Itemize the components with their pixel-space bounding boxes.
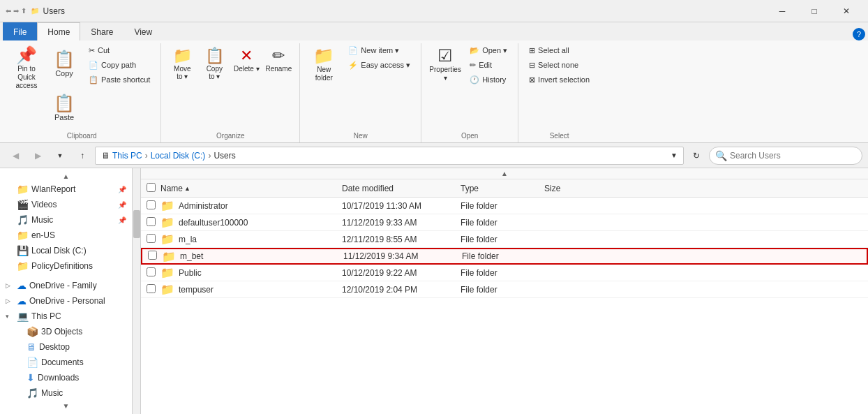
file-list: ▲ Name ▲ Date modified Type Size <box>141 168 868 414</box>
pin-icon: 📌 <box>16 47 37 64</box>
tab-view[interactable]: View <box>124 22 163 40</box>
file-row[interactable]: 📁 Public 10/12/2019 9:22 AM File folder <box>141 265 868 281</box>
help-button[interactable]: ? <box>853 28 865 40</box>
col-header-date[interactable]: Date modified <box>342 184 461 193</box>
search-input[interactable] <box>730 151 856 161</box>
file-checkbox[interactable] <box>147 284 160 295</box>
up-button[interactable]: ↑ <box>73 146 92 165</box>
copy-button[interactable]: 📋 Copy <box>46 43 82 87</box>
sidebar-item-music[interactable]: 🎵 Music 📌 <box>0 212 132 228</box>
close-button[interactable]: ✕ <box>830 0 862 22</box>
folder-icon: 📁 <box>160 216 174 229</box>
file-checkbox[interactable] <box>148 251 162 262</box>
file-date: 10/17/2019 11:30 AM <box>342 201 461 211</box>
col-header-size[interactable]: Size <box>544 184 862 193</box>
folder-icon: 📁 <box>162 250 176 263</box>
ribbon-group-select: ⊞ Select all ⊟ Select none ⊠ Invert sele… <box>518 43 600 142</box>
select-all-button[interactable]: ⊞ Select all <box>524 43 594 57</box>
new-small-buttons: 📄 New item ▾ ⚡ Easy access ▾ <box>343 43 415 72</box>
sidebar-item-desktop[interactable]: 🖥 Desktop <box>0 339 132 355</box>
forward-button[interactable]: ▶ <box>28 146 47 165</box>
file-row[interactable]: 📁 m_bet 11/12/2019 9:34 AM File folder <box>141 248 868 265</box>
recent-locations-button[interactable]: ▼ <box>50 146 70 165</box>
invert-selection-button[interactable]: ⊠ Invert selection <box>524 73 594 87</box>
maximize-button[interactable]: □ <box>798 0 830 22</box>
sidebar-item-3d-objects[interactable]: 📦 3D Objects <box>0 324 132 339</box>
file-type: File folder <box>461 285 544 295</box>
select-all-checkbox[interactable] <box>147 183 160 194</box>
onedrive-personal-icon: ☁ <box>17 295 27 306</box>
sidebar-item-onedrive-family[interactable]: ▷ ☁ OneDrive - Family <box>0 278 132 293</box>
file-date: 12/11/2019 8:55 AM <box>342 235 461 244</box>
select-none-button[interactable]: ⊟ Select none <box>524 58 594 72</box>
file-list-header: Name ▲ Date modified Type Size <box>141 179 868 198</box>
rename-button[interactable]: ✏ Rename <box>263 43 294 76</box>
file-date: 11/12/2019 9:33 AM <box>342 218 461 228</box>
sidebar-item-downloads[interactable]: ⬇ Downloads <box>0 370 132 385</box>
breadcrumb-local-disk[interactable]: Local Disk (C:) <box>151 151 206 161</box>
file-row[interactable]: 📁 defaultuser100000 11/12/2019 9:33 AM F… <box>141 214 868 231</box>
tab-home[interactable]: Home <box>37 22 80 40</box>
refresh-button[interactable]: ↻ <box>687 146 706 165</box>
move-to-button[interactable]: 📁 Moveto ▾ <box>167 43 197 84</box>
breadcrumb[interactable]: 🖥 This PC › Local Disk (C:) › Users ▼ <box>95 147 684 165</box>
sidebar-item-en-us[interactable]: 📁 en-US <box>0 228 132 243</box>
music-icon: 🎵 <box>17 214 29 226</box>
file-name-col: 📁 m_la <box>160 232 342 246</box>
cut-button[interactable]: ✂ Cut <box>84 43 155 57</box>
file-type: File folder <box>462 251 546 261</box>
minimize-button[interactable]: ─ <box>766 0 798 22</box>
ribbon: File Home Share View ? 📌 Pin to Quickacc… <box>0 22 868 143</box>
easy-access-button[interactable]: ⚡ Easy access ▾ <box>343 58 415 72</box>
computer-icon: 💻 <box>17 311 29 322</box>
new-item-button[interactable]: 📄 New item ▾ <box>343 43 415 57</box>
file-checkbox[interactable] <box>147 217 160 228</box>
pin-to-quick-access-button[interactable]: 📌 Pin to Quickaccess <box>8 43 45 94</box>
back-button[interactable]: ◀ <box>6 146 25 165</box>
file-type: File folder <box>461 201 544 211</box>
sidebar: ▲ 📁 WlanReport 📌 🎬 Videos 📌 🎵 Music 📌 📁 … <box>0 168 133 414</box>
file-checkbox[interactable] <box>147 267 160 279</box>
breadcrumb-this-pc[interactable]: This PC <box>112 151 142 161</box>
file-row[interactable]: 📁 tempuser 12/10/2019 2:04 PM File folde… <box>141 281 868 298</box>
file-checkbox[interactable] <box>147 200 160 212</box>
open-button[interactable]: 📂 Open ▾ <box>465 43 512 57</box>
scrollbar-thumb[interactable] <box>133 210 140 238</box>
file-type: File folder <box>461 268 544 278</box>
copy-path-button[interactable]: 📄 Copy path <box>84 58 155 72</box>
file-row[interactable]: 📁 m_la 12/11/2019 8:55 AM File folder <box>141 231 868 248</box>
sidebar-scrollbar[interactable] <box>133 168 141 414</box>
sidebar-item-policy-definitions[interactable]: 📁 PolicyDefinitions <box>0 258 132 274</box>
file-name: m_la <box>179 235 197 244</box>
new-folder-button[interactable]: 📁 Newfolder <box>306 43 342 87</box>
file-row[interactable]: 📁 Administrator 10/17/2019 11:30 AM File… <box>141 198 868 214</box>
sidebar-item-documents[interactable]: 📄 Documents <box>0 355 132 370</box>
file-name: m_bet <box>180 251 203 261</box>
sidebar-item-local-disk[interactable]: 💾 Local Disk (C:) <box>0 243 132 258</box>
sidebar-item-music2[interactable]: 🎵 Music <box>0 385 132 401</box>
history-button[interactable]: 🕐 History <box>465 73 512 87</box>
move-icon: 📁 <box>173 47 192 65</box>
tab-share[interactable]: Share <box>80 22 124 40</box>
sidebar-item-this-pc[interactable]: ▾ 💻 This PC <box>0 309 132 324</box>
paste-button[interactable]: 📋 Paste <box>46 87 82 131</box>
file-name-col: 📁 Administrator <box>160 199 342 212</box>
delete-button[interactable]: ✕ Delete ▾ <box>231 43 262 76</box>
paste-icon: 📋 <box>54 95 75 112</box>
file-checkbox[interactable] <box>147 234 160 245</box>
scroll-down-icon[interactable]: ▼ <box>63 402 70 410</box>
paste-shortcut-button[interactable]: 📋 Paste shortcut <box>84 73 155 87</box>
edit-button[interactable]: ✏ Edit <box>465 58 512 72</box>
col-header-type[interactable]: Type <box>461 184 544 193</box>
file-rows: 📁 Administrator 10/17/2019 11:30 AM File… <box>141 198 868 298</box>
file-date: 11/12/2019 9:34 AM <box>343 251 462 261</box>
sort-up-icon: ▲ <box>501 170 508 177</box>
sidebar-item-wlan-report[interactable]: 📁 WlanReport 📌 <box>0 182 132 197</box>
col-header-name[interactable]: Name ▲ <box>160 184 342 193</box>
copy-to-button[interactable]: 📋 Copyto ▾ <box>199 43 230 84</box>
sidebar-item-onedrive-personal[interactable]: ▷ ☁ OneDrive - Personal <box>0 293 132 309</box>
scroll-up-icon[interactable]: ▲ <box>63 172 70 180</box>
tab-file[interactable]: File <box>3 22 37 40</box>
properties-button[interactable]: ☑ Properties ▾ <box>427 43 463 87</box>
sidebar-item-videos[interactable]: 🎬 Videos 📌 <box>0 197 132 212</box>
